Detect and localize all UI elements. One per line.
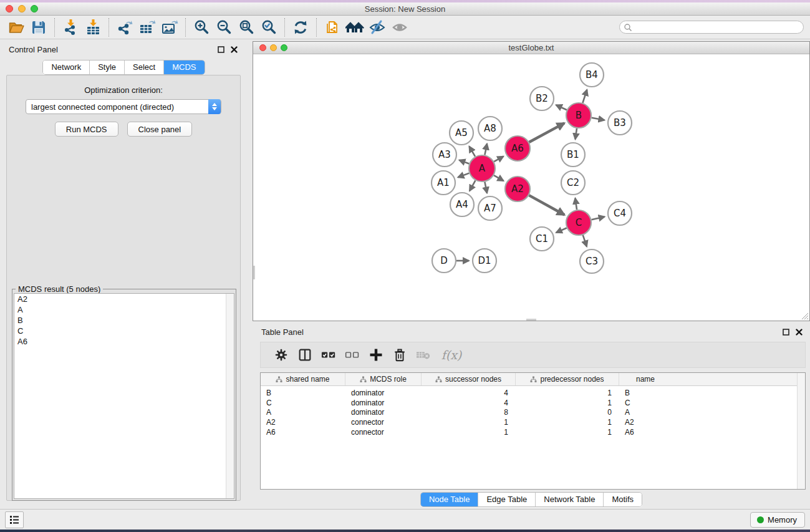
mcds-result-item[interactable]: A6	[14, 336, 234, 347]
result-list-scrollbar[interactable]	[226, 294, 234, 498]
close-panel-icon[interactable]	[231, 46, 238, 53]
column-header-mcds-role[interactable]: MCDS role	[345, 373, 422, 385]
node-B[interactable]: B	[566, 103, 591, 128]
float-table-panel-icon[interactable]	[783, 329, 789, 336]
node-A7[interactable]: A7	[478, 196, 502, 220]
run-mcds-button[interactable]: Run MCDS	[55, 122, 118, 137]
search-input[interactable]	[632, 22, 803, 32]
node-B1[interactable]: B1	[561, 143, 585, 167]
tab-network[interactable]: Network	[43, 60, 90, 74]
optimization-criterion-select[interactable]: largest connected component (directed)	[26, 99, 221, 114]
edge-A-A4[interactable]	[470, 180, 475, 191]
mcds-result-item[interactable]: C	[14, 326, 234, 336]
open-session-icon[interactable]	[5, 17, 27, 38]
window-resize-grip[interactable]	[800, 311, 809, 320]
node-A6[interactable]: A6	[505, 136, 530, 161]
export-network-icon[interactable]	[113, 17, 136, 38]
column-header-shared-name[interactable]: shared name	[261, 373, 345, 385]
settings-gear-icon[interactable]	[269, 344, 293, 366]
save-session-icon[interactable]	[27, 17, 50, 38]
node-A2[interactable]: A2	[505, 177, 530, 201]
edge-A-A2[interactable]	[494, 175, 503, 181]
node-A3[interactable]: A3	[433, 143, 456, 167]
apply-preferred-layout-icon[interactable]	[289, 17, 312, 38]
network-vertical-scrollbar[interactable]	[253, 266, 255, 279]
node-B3[interactable]: B3	[608, 111, 632, 135]
node-A[interactable]: A	[469, 155, 495, 181]
delete-column-icon[interactable]	[388, 344, 412, 366]
table-tab-network-table[interactable]: Network Table	[536, 493, 604, 506]
mcds-result-item[interactable]: A	[14, 304, 234, 315]
zoom-in-icon[interactable]	[190, 17, 213, 38]
node-table[interactable]: shared nameMCDS rolesuccessor nodesprede…	[260, 372, 806, 490]
edge-A-A8[interactable]	[485, 143, 487, 155]
node-C1[interactable]: C1	[530, 227, 554, 251]
export-table-icon[interactable]	[136, 17, 158, 38]
table-tab-edge-table[interactable]: Edge Table	[478, 493, 536, 506]
edge-C-C4[interactable]	[591, 217, 604, 220]
table-tab-motifs[interactable]: Motifs	[604, 493, 642, 506]
memory-button[interactable]: Memory	[750, 512, 805, 528]
node-A5[interactable]: A5	[450, 121, 473, 145]
node-C3[interactable]: C3	[580, 249, 604, 273]
close-panel-button[interactable]: Close panel	[127, 122, 193, 137]
node-A1[interactable]: A1	[432, 171, 455, 195]
node-B4[interactable]: B4	[580, 63, 604, 87]
node-D[interactable]: D	[432, 249, 456, 273]
zoom-out-icon[interactable]	[213, 17, 235, 38]
search-field[interactable]	[619, 21, 804, 34]
deselect-all-checkboxes-icon[interactable]	[340, 344, 364, 366]
task-history-button[interactable]	[5, 511, 24, 528]
select-all-checkboxes-icon[interactable]	[317, 344, 340, 366]
node-A4[interactable]: A4	[450, 193, 474, 216]
table-row[interactable]: Adominator80A	[261, 408, 805, 418]
edge-A-A1[interactable]	[458, 173, 469, 178]
network-window-titlebar[interactable]: testGlobe.txt	[253, 42, 809, 54]
edge-A-A7[interactable]	[485, 182, 487, 193]
table-row[interactable]: Bdominator41B	[261, 388, 805, 398]
node-A8[interactable]: A8	[478, 117, 502, 140]
edge-A-A6[interactable]	[494, 157, 503, 162]
tab-select[interactable]: Select	[125, 60, 164, 74]
tab-mcds[interactable]: MCDS	[164, 60, 204, 74]
first-neighbors-icon[interactable]	[344, 17, 366, 38]
edge-C-C2[interactable]	[575, 198, 577, 210]
hide-selected-icon[interactable]	[366, 17, 388, 38]
zoom-fit-icon[interactable]	[235, 17, 258, 38]
close-table-panel-icon[interactable]	[796, 329, 803, 336]
edge-B-B4[interactable]	[582, 90, 587, 103]
column-header-predecessor-nodes[interactable]: predecessor nodes	[516, 373, 619, 385]
edge-A-A3[interactable]	[459, 160, 469, 164]
edge-B-B1[interactable]	[576, 128, 577, 139]
new-network-from-selection-icon[interactable]	[321, 17, 344, 38]
show-columns-icon[interactable]	[293, 344, 317, 366]
float-panel-icon[interactable]	[218, 46, 224, 53]
import-table-icon[interactable]	[82, 17, 104, 38]
show-all-icon[interactable]	[388, 17, 411, 38]
network-horizontal-scrollbar[interactable]	[526, 319, 536, 321]
table-row[interactable]: Cdominator41C	[261, 398, 805, 408]
column-header-successor-nodes[interactable]: successor nodes	[422, 373, 516, 385]
edge-C-C1[interactable]	[556, 228, 567, 232]
export-image-icon[interactable]	[158, 17, 181, 38]
node-B2[interactable]: B2	[530, 87, 554, 110]
tab-style[interactable]: Style	[90, 60, 125, 74]
table-row[interactable]: A2connector11A2	[261, 417, 805, 427]
edge-A-A5[interactable]	[470, 147, 475, 157]
table-tab-node-table[interactable]: Node Table	[421, 493, 479, 506]
edge-C-C3[interactable]	[583, 235, 587, 246]
mcds-result-item[interactable]: B	[14, 315, 234, 326]
column-header-name[interactable]: name	[619, 373, 672, 385]
table-scrollbar[interactable]	[797, 373, 805, 489]
edge-A6-B[interactable]	[529, 123, 564, 142]
node-C4[interactable]: C4	[608, 201, 632, 225]
node-D1[interactable]: D1	[473, 249, 496, 273]
add-column-icon[interactable]	[364, 344, 388, 366]
network-canvas[interactable]: AA1A2A3A4A5A6A7A8BB1B2B3B4CC1C2C3C4DD1	[253, 54, 809, 321]
edge-B-B2[interactable]	[556, 105, 567, 110]
import-network-icon[interactable]	[59, 17, 82, 38]
node-C[interactable]: C	[566, 210, 591, 235]
node-C2[interactable]: C2	[561, 171, 585, 195]
zoom-selected-icon[interactable]	[258, 17, 280, 38]
edge-A2-C[interactable]	[529, 195, 564, 215]
